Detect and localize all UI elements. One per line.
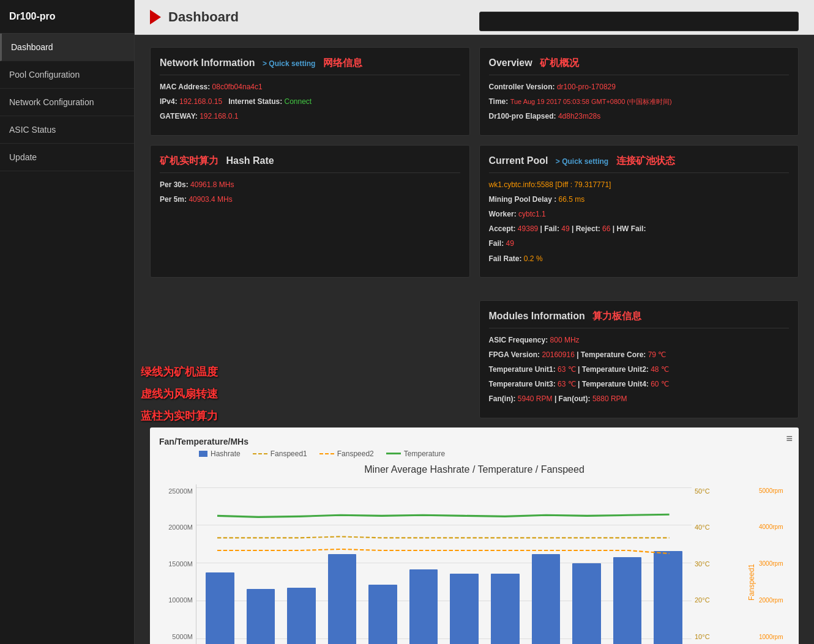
current-pool-card: Current Pool > Quick setting 连接矿池状态 wk1.… [479, 145, 799, 278]
chart-container: 25000M 20000M 15000M 10000M 5000M 0M [159, 484, 790, 644]
bar [613, 557, 642, 644]
bar [532, 554, 561, 644]
bar [572, 563, 601, 644]
bar [206, 572, 234, 644]
stats-row: Accept: 49389 | Fail: 49 | Reject: 66 | … [489, 223, 790, 235]
sidebar-item-network-config[interactable]: Network Configuration [0, 89, 134, 116]
time-row: Time: Tue Aug 19 2017 05:03:58 GMT+0800 … [489, 96, 790, 108]
bar-group [566, 563, 607, 644]
sidebar: Dr100-pro Dashboard Pool Configuration N… [0, 0, 135, 644]
temp34-row: Temperature Unit3: 63 ℃ | Temperature Un… [489, 379, 790, 390]
chart-section: Fan/Temperature/MHs ≡ Hashrate Fanspeed1… [150, 427, 799, 644]
hw-fail-row: Fail: 49 [489, 238, 790, 250]
bar [328, 554, 357, 644]
network-cn-label: 网络信息 [323, 57, 362, 68]
modules-title: Modules Information 算力板信息 [489, 310, 790, 328]
ctrl-version-row: Controller Version: dr100-pro-170829 [489, 81, 790, 93]
page-title: Dashboard [168, 9, 239, 25]
pool-addr-row: wk1.cybtc.info:5588 [Diff : 79.317771] [489, 179, 790, 191]
hashrate-legend-box [199, 451, 207, 457]
bar [654, 551, 682, 644]
fpga-row: FPGA Version: 20160916 | Temperature Cor… [489, 349, 790, 361]
hash-rate-title: 矿机实时算力 Hash Rate [160, 155, 460, 173]
mac-row: MAC Address: 08c0fb04na4c1 [160, 81, 460, 93]
cards-grid: Network Information > Quick setting 网络信息… [135, 35, 814, 284]
chart-annotation: 绿线为矿机温度 虚线为风扇转速 蓝柱为实时算力 [141, 361, 218, 427]
failrate-row: Fail Rate: 0.2 % [489, 253, 790, 265]
sidebar-item-dashboard[interactable]: Dashboard [0, 34, 134, 61]
second-cards-row [135, 284, 814, 300]
chart-title: Miner Average Hashrate / Temperature / F… [159, 464, 790, 475]
arrow-icon [150, 10, 161, 24]
worker-row: Worker: cybtc1.1 [489, 209, 790, 220]
legend-fanspeed2: Fanspeed2 [319, 450, 374, 458]
per30-row: Per 30s: 40961.8 MHs [160, 179, 460, 191]
pool-delay-row: Mining Pool Delay : 66.5 ms [489, 194, 790, 205]
bar-group [485, 574, 526, 644]
bar-group [526, 554, 567, 644]
bar-group [200, 572, 241, 644]
legend-hashrate: Hashrate [199, 450, 241, 458]
overview-card: Overview 矿机概况 Controller Version: dr100-… [479, 47, 799, 136]
overview-cn-label: 矿机概况 [540, 57, 579, 68]
network-info-card: Network Information > Quick setting 网络信息… [150, 47, 470, 136]
pool-quick-setting[interactable]: > Quick setting [556, 157, 608, 166]
temperature-legend-line [386, 453, 401, 454]
sidebar-item-pool-config[interactable]: Pool Configuration [0, 61, 134, 89]
modules-info-card: Modules Information 算力板信息 ASIC Frequency… [479, 300, 799, 418]
chart-legend: Hashrate Fanspeed1 Fanspeed2 Temperature [159, 450, 790, 458]
elapsed-row: Dr100-pro Elapsed: 4d8h23m28s [489, 111, 790, 122]
bar-group [444, 574, 485, 644]
y-axis-fan2: 5000rpm 4000rpm 3000rpm 2000rpm 1000rpm … [756, 484, 790, 644]
per5m-row: Per 5m: 40903.4 MHs [160, 194, 460, 205]
y-axis-left: 25000M 20000M 15000M 10000M 5000M 0M [159, 484, 196, 644]
y-axis-temp: 50°C 40°C 30°C 20°C 10°C 0°C [692, 484, 722, 644]
bar [409, 569, 438, 644]
legend-temperature: Temperature [386, 450, 445, 458]
bar [368, 585, 397, 644]
modules-card [479, 12, 799, 31]
overview-title: Overview 矿机概况 [489, 57, 790, 75]
bar-group [607, 557, 648, 644]
current-pool-title: Current Pool > Quick setting 连接矿池状态 [489, 155, 790, 173]
bar-group [648, 551, 689, 644]
sidebar-brand: Dr100-pro [0, 0, 134, 34]
bar-group [281, 588, 322, 644]
network-quick-setting[interactable]: > Quick setting [263, 59, 315, 68]
chart-area: 04:05 04:10 04:15 04:20 04:25 04:30 04:3… [196, 484, 692, 644]
bar-group [362, 585, 403, 644]
bar-group [403, 569, 444, 644]
bar [450, 574, 479, 644]
temp12-row: Temperature Unit1: 63 ℃ | Temperature Un… [489, 364, 790, 376]
chart-header: Fan/Temperature/MHs [159, 437, 790, 446]
bar-group [241, 589, 282, 644]
hash-rate-card: 矿机实时算力 Hash Rate Per 30s: 40961.8 MHs Pe… [150, 145, 470, 278]
fanspeed1-legend-line [253, 453, 267, 454]
asic-freq-row: ASIC Frequency: 800 MHz [489, 335, 790, 346]
legend-fanspeed1: Fanspeed1 [253, 450, 307, 458]
main-content: Dashboard Network Information > Quick se… [135, 0, 814, 644]
network-info-title: Network Information > Quick setting 网络信息 [160, 57, 460, 75]
ipv4-row: IPv4: 192.168.0.15 Internet Status: Conn… [160, 96, 460, 108]
fanspeed2-legend-line [319, 453, 334, 454]
gateway-row: GATEWAY: 192.168.0.1 [160, 111, 460, 122]
bar [491, 574, 520, 644]
sidebar-item-asic-status[interactable]: ASIC Status [0, 116, 134, 144]
y-axis-fan: Fanspeed1 [722, 484, 756, 644]
modules-row: Modules Information 算力板信息 ASIC Frequency… [150, 300, 799, 418]
chart-inner [196, 487, 692, 644]
sidebar-item-update[interactable]: Update [0, 144, 134, 171]
bar [247, 589, 275, 644]
bars-container [196, 487, 692, 644]
bar [287, 588, 316, 644]
fan-row: Fan(in): 5940 RPM | Fan(out): 5880 RPM [489, 393, 790, 405]
bar-group [322, 554, 363, 644]
chart-menu-icon[interactable]: ≡ [786, 432, 793, 445]
